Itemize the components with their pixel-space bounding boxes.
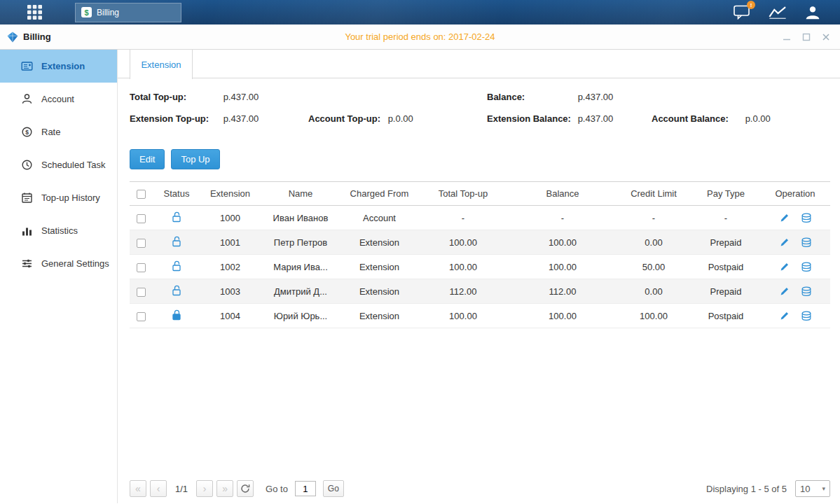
table-row: 1002 Мария Ива... Extension 100.00 100.0… — [130, 255, 830, 279]
cell-total-top-up: 100.00 — [417, 304, 509, 328]
cell-pay-type: Prepaid — [691, 279, 760, 304]
top-up-coins-icon[interactable] — [801, 262, 812, 272]
action-buttons: Edit Top Up — [130, 149, 830, 169]
table-row: 1000 Иван Иванов Account - - - - — [130, 206, 830, 230]
sidebar-item-label: Statistics — [41, 225, 78, 236]
cell-charged-from: Extension — [342, 304, 417, 328]
last-page-button[interactable]: » — [216, 480, 233, 497]
edit-pencil-icon[interactable] — [779, 237, 790, 248]
tab-extension[interactable]: Extension — [130, 50, 193, 79]
sidebar-item-label: Scheduled Task — [41, 160, 106, 170]
top-up-coins-icon[interactable] — [801, 311, 812, 321]
chevron-down-icon: ▾ — [822, 485, 825, 492]
unlocked-icon[interactable] — [171, 285, 182, 296]
summary-value: p.437.00 — [223, 113, 259, 124]
cell-extension: 1003 — [201, 279, 259, 304]
cell-total-top-up: 100.00 — [417, 255, 509, 279]
extension-table: Status Extension Name Charged From Total… — [130, 181, 830, 328]
unlocked-icon[interactable] — [171, 260, 182, 272]
go-button[interactable]: Go — [323, 480, 344, 497]
row-checkbox[interactable] — [137, 214, 146, 223]
sidebar-item-general-settings[interactable]: General Settings — [0, 247, 117, 280]
prev-page-icon: ‹ — [157, 483, 160, 494]
sidebar-item-scheduled-task[interactable]: Scheduled Task — [0, 148, 117, 181]
row-checkbox[interactable] — [137, 239, 146, 248]
cell-pay-type: Postpaid — [691, 255, 760, 279]
row-checkbox[interactable] — [137, 263, 146, 272]
sidebar-item-topup-history[interactable]: Top-up History — [0, 181, 117, 214]
cell-credit-limit: 0.00 — [616, 279, 691, 304]
summary-label: Total Top-up: — [130, 92, 221, 102]
sidebar: Extension Account $ Rate Scheduled Task — [0, 50, 118, 503]
prev-page-button[interactable]: ‹ — [150, 480, 167, 497]
sidebar-item-account[interactable]: Account — [0, 83, 117, 115]
minimize-button[interactable] — [783, 33, 791, 41]
sidebar-item-label: Top-up History — [41, 192, 100, 203]
app-launcher-icon[interactable] — [25, 5, 44, 20]
summary-label: Account Balance: — [652, 113, 743, 124]
top-up-coins-icon[interactable] — [801, 286, 812, 297]
first-page-button[interactable]: « — [130, 480, 146, 497]
row-checkbox[interactable] — [137, 288, 146, 297]
table-row: 1003 Дмитрий Д... Extension 112.00 112.0… — [130, 279, 830, 304]
next-page-icon: › — [203, 483, 207, 494]
select-all-checkbox[interactable] — [137, 190, 146, 199]
page-size-select[interactable]: 10 ▾ — [795, 480, 830, 497]
unlocked-icon[interactable] — [171, 236, 182, 247]
top-up-coins-icon[interactable] — [801, 213, 812, 223]
summary-value: p.437.00 — [578, 92, 614, 102]
billing-app-tab[interactable]: $ Billing — [75, 3, 181, 22]
unlocked-icon[interactable] — [171, 211, 182, 223]
billing-dollar-icon: $ — [81, 7, 92, 18]
col-header-pay-type: Pay Type — [691, 182, 760, 206]
page-size-value: 10 — [800, 484, 810, 494]
notification-badge: ! — [747, 1, 755, 9]
cell-charged-from: Extension — [342, 255, 417, 279]
top-navigation-bar: $ Billing ! — [0, 0, 840, 24]
edit-pencil-icon[interactable] — [779, 213, 790, 223]
col-header-credit-limit: Credit Limit — [616, 182, 691, 206]
sidebar-item-extension[interactable]: Extension — [0, 50, 117, 83]
edit-pencil-icon[interactable] — [779, 262, 790, 272]
window-app-title: Billing — [7, 31, 51, 43]
cell-name: Мария Ива... — [259, 255, 342, 279]
table-header-row: Status Extension Name Charged From Total… — [130, 182, 830, 206]
top-up-coins-icon[interactable] — [801, 237, 812, 248]
col-header-operation: Operation — [760, 182, 830, 206]
sidebar-item-label: Extension — [41, 61, 85, 71]
sidebar-item-statistics[interactable]: Statistics — [0, 214, 117, 247]
summary-label: Account Top-up: — [308, 113, 385, 124]
sidebar-item-label: Account — [41, 94, 74, 104]
person-icon — [21, 93, 33, 105]
edit-pencil-icon[interactable] — [779, 286, 790, 297]
refresh-button[interactable] — [237, 480, 254, 497]
row-checkbox[interactable] — [137, 312, 146, 321]
locked-icon[interactable] — [171, 309, 182, 321]
top-up-button[interactable]: Top Up — [171, 149, 219, 169]
summary-extension-top-up: Extension Top-up: p.437.00 — [130, 113, 259, 124]
cell-credit-limit: 50.00 — [616, 255, 691, 279]
next-page-button[interactable]: › — [196, 480, 213, 497]
cell-total-top-up: - — [417, 206, 509, 230]
cell-charged-from: Extension — [342, 279, 417, 304]
table-row: 1001 Петр Петров Extension 100.00 100.00… — [130, 230, 830, 255]
edit-button[interactable]: Edit — [130, 149, 165, 169]
col-header-extension: Extension — [201, 182, 259, 206]
cell-extension: 1004 — [201, 304, 259, 328]
cell-extension: 1002 — [201, 255, 259, 279]
statistics-chart-icon[interactable] — [769, 6, 787, 19]
close-button[interactable] — [822, 33, 830, 41]
cell-name: Юрий Юрь... — [259, 304, 342, 328]
summary-total-top-up: Total Top-up: p.437.00 — [130, 92, 259, 102]
sidebar-item-rate[interactable]: $ Rate — [0, 115, 117, 148]
pagination-bar: « ‹ 1/1 › » Go to Go Displaying 1 - 5 of… — [130, 480, 830, 497]
user-account-icon[interactable] — [805, 6, 820, 20]
col-header-status: Status — [152, 182, 201, 206]
goto-page-input[interactable] — [295, 481, 316, 496]
billing-tab-label: Billing — [97, 8, 119, 18]
summary-label: Balance: — [487, 92, 575, 102]
edit-pencil-icon[interactable] — [779, 311, 790, 321]
messages-icon[interactable]: ! — [733, 5, 750, 20]
cell-balance: 100.00 — [509, 304, 616, 328]
maximize-button[interactable] — [802, 33, 811, 41]
